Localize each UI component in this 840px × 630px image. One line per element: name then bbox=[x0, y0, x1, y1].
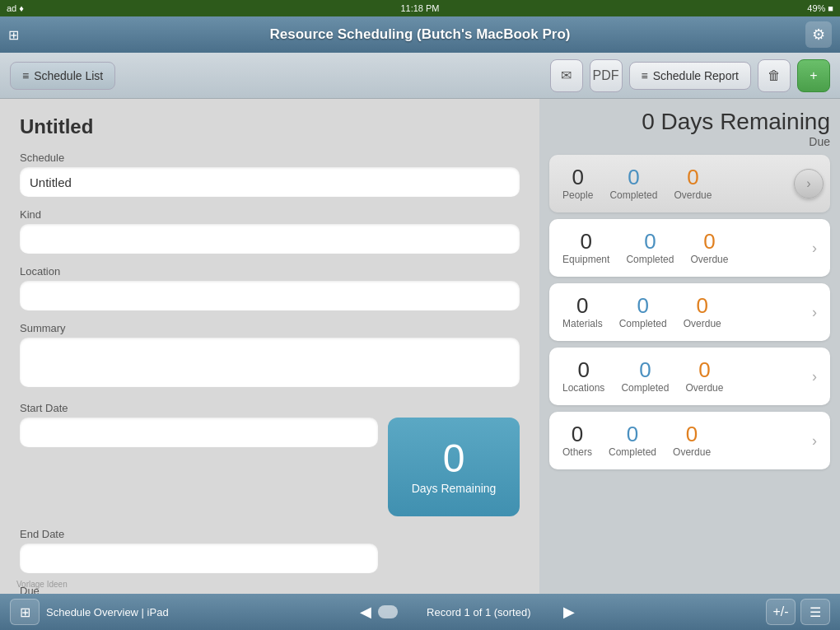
overdue-group: 0 Overdue bbox=[690, 231, 728, 265]
days-remaining-box: 0 Days Remaining bbox=[388, 418, 520, 516]
app-label: Schedule Overview | iPad bbox=[46, 606, 169, 618]
days-remaining-number: 0 bbox=[443, 439, 465, 478]
completed-group: 0 Completed bbox=[626, 231, 674, 265]
chevron-right-icon: › bbox=[812, 304, 817, 321]
resource-stats: 0 Materials 0 Completed 0 Overdue bbox=[562, 295, 805, 329]
completed-label: Completed bbox=[609, 189, 657, 201]
schedule-list-label: Schedule List bbox=[34, 69, 103, 82]
overdue-label: Overdue bbox=[673, 446, 711, 458]
date-col bbox=[20, 418, 378, 447]
trash-icon: 🗑 bbox=[768, 68, 781, 83]
menu-button[interactable]: ☰ bbox=[800, 599, 830, 625]
plus-icon: + bbox=[810, 68, 817, 83]
completed-count: 0 bbox=[627, 423, 638, 445]
add-remove-button[interactable]: +/- bbox=[766, 599, 796, 625]
toolbar: ≡ Schedule List ✉ PDF ≡ Schedule Report … bbox=[0, 53, 840, 99]
resource-card-materials[interactable]: 0 Materials 0 Completed 0 Overdue › bbox=[549, 283, 830, 341]
resource-stats: 0 Others 0 Completed 0 Overdue bbox=[562, 423, 805, 458]
schedule-group: Schedule bbox=[20, 152, 520, 197]
completed-label: Completed bbox=[609, 446, 656, 458]
status-bar: ad ♦ 11:18 PM 49% ■ bbox=[0, 0, 840, 16]
overdue-group: 0 Overdue bbox=[674, 166, 712, 201]
completed-label: Completed bbox=[621, 382, 669, 394]
resource-count: 0 bbox=[576, 295, 588, 316]
resource-count: 0 bbox=[580, 231, 591, 252]
overdue-count: 0 bbox=[686, 423, 698, 445]
schedule-report-button[interactable]: ≡ Schedule Report bbox=[629, 62, 751, 90]
end-date-input[interactable] bbox=[20, 544, 378, 573]
summary-input[interactable] bbox=[20, 338, 520, 387]
kind-group: Kind bbox=[20, 208, 520, 254]
time-label: 11:18 PM bbox=[400, 3, 439, 13]
overdue-count: 0 bbox=[698, 359, 710, 380]
app-title: Resource Scheduling (Butch's MacBook Pro… bbox=[270, 26, 571, 43]
report-icon: ≡ bbox=[642, 69, 648, 82]
record-title: Untitled bbox=[20, 115, 520, 138]
chevron-right-icon: › bbox=[812, 432, 817, 450]
due-label: Due bbox=[20, 585, 520, 594]
start-date-input[interactable] bbox=[20, 418, 378, 447]
resource-count-group: 0 Equipment bbox=[562, 231, 609, 265]
delete-button[interactable]: 🗑 bbox=[758, 59, 791, 92]
record-nav: Record 1 of 1 (sorted) bbox=[378, 605, 556, 618]
title-bar: ⊞ Resource Scheduling (Butch's MacBook P… bbox=[0, 16, 840, 53]
settings-button[interactable]: ⚙ bbox=[805, 21, 832, 48]
add-button[interactable]: + bbox=[797, 59, 830, 92]
overdue-count: 0 bbox=[703, 231, 715, 252]
start-date-group: Start Date 0 Days Remaining bbox=[20, 402, 520, 516]
carrier-label: ad ♦ bbox=[7, 3, 24, 13]
resource-card-people[interactable]: 0 People 0 Completed 0 Overdue › bbox=[549, 155, 830, 212]
nav-dot bbox=[378, 605, 398, 618]
watermark: Vorlage Ideen bbox=[16, 580, 68, 589]
completed-label: Completed bbox=[619, 318, 667, 329]
overdue-count: 0 bbox=[687, 166, 698, 188]
email-button[interactable]: ✉ bbox=[550, 59, 583, 92]
days-remaining-label: Days Remaining bbox=[412, 482, 497, 495]
due-group: Due bbox=[20, 585, 520, 594]
resource-count: 0 bbox=[572, 166, 583, 188]
kind-input[interactable] bbox=[20, 224, 520, 254]
location-input[interactable] bbox=[20, 281, 520, 310]
location-label: Location bbox=[20, 265, 520, 278]
completed-count: 0 bbox=[644, 231, 656, 252]
email-icon: ✉ bbox=[561, 68, 572, 83]
pdf-button[interactable]: PDF bbox=[590, 59, 623, 92]
schedule-input[interactable] bbox=[20, 167, 520, 197]
scroll-indicator[interactable]: › bbox=[794, 169, 824, 198]
resource-name: People bbox=[562, 189, 593, 201]
overdue-group: 0 Overdue bbox=[684, 295, 721, 329]
resource-card-others[interactable]: 0 Others 0 Completed 0 Overdue › bbox=[549, 412, 830, 469]
completed-count: 0 bbox=[639, 359, 651, 380]
schedule-list-button[interactable]: ≡ Schedule List bbox=[10, 62, 115, 90]
record-info: Record 1 of 1 (sorted) bbox=[401, 606, 556, 618]
resource-name: Materials bbox=[562, 318, 603, 329]
overdue-label: Overdue bbox=[684, 318, 721, 329]
resource-count-group: 0 Locations bbox=[562, 359, 604, 394]
completed-count: 0 bbox=[628, 166, 639, 188]
resource-count-group: 0 Materials bbox=[562, 295, 603, 329]
summary-label: Summary bbox=[20, 322, 520, 334]
chevron-right-icon: › bbox=[812, 240, 817, 257]
window-icon: ⊞ bbox=[8, 27, 19, 43]
schedule-report-label: Schedule Report bbox=[653, 69, 739, 82]
overdue-group: 0 Overdue bbox=[685, 359, 723, 394]
resource-name: Others bbox=[562, 446, 592, 458]
end-date-group: End Date bbox=[20, 528, 520, 573]
due-label-right: Due bbox=[549, 135, 830, 148]
completed-count: 0 bbox=[637, 295, 648, 316]
resource-card-equipment[interactable]: 0 Equipment 0 Completed 0 Overdue › bbox=[549, 219, 830, 277]
prev-record-button[interactable]: ◀ bbox=[360, 603, 371, 621]
app-nav-button[interactable]: ⊞ bbox=[10, 599, 40, 625]
next-record-button[interactable]: ▶ bbox=[563, 603, 575, 621]
main-content: Untitled Schedule Kind Location Summary … bbox=[0, 99, 840, 594]
resource-cards: 0 People 0 Completed 0 Overdue › 0 Equip… bbox=[549, 155, 830, 469]
resource-count: 0 bbox=[572, 423, 583, 445]
resource-card-locations[interactable]: 0 Locations 0 Completed 0 Overdue › bbox=[549, 348, 830, 405]
completed-label: Completed bbox=[626, 254, 674, 265]
completed-group: 0 Completed bbox=[609, 423, 656, 458]
completed-group: 0 Completed bbox=[619, 295, 667, 329]
resource-stats: 0 Locations 0 Completed 0 Overdue bbox=[562, 359, 805, 394]
chevron-right-icon: › bbox=[812, 368, 817, 385]
add-remove-label: +/- bbox=[772, 604, 788, 619]
kind-label: Kind bbox=[20, 208, 520, 221]
